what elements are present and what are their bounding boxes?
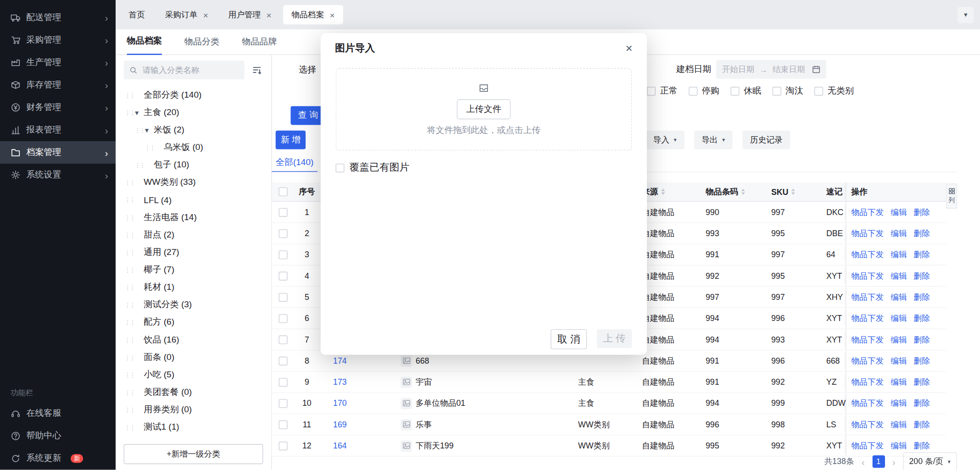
chevron-down-icon[interactable]: ▼ [144, 127, 154, 133]
category-search-box[interactable] [124, 61, 245, 79]
sidebar-item-online-support[interactable]: 在线客服 [0, 403, 116, 425]
overwrite-checkbox[interactable] [336, 163, 345, 172]
category-tree-item[interactable]: ⋮⋮ ▼ 米饭 (2) [116, 121, 271, 138]
row-checkbox[interactable] [279, 399, 288, 408]
category-tree-item[interactable]: ⋮⋮ ▼ 用券类别 (0) [116, 401, 271, 419]
row-checkbox[interactable] [279, 356, 288, 365]
action-delete-link[interactable]: 删除 [914, 376, 930, 388]
action-delete-link[interactable]: 删除 [914, 440, 930, 452]
drag-handle-icon[interactable]: ⋮⋮ [124, 92, 134, 99]
row-checkbox[interactable] [279, 271, 288, 280]
action-dispatch-link[interactable]: 物品下发 [851, 249, 884, 260]
drag-handle-icon[interactable]: ⋮⋮ [124, 284, 134, 291]
prev-page-icon[interactable]: ‹ [862, 456, 865, 467]
close-icon[interactable]: × [267, 10, 272, 19]
sort-icon[interactable] [661, 188, 665, 195]
tab-item-archive[interactable]: 物品档案 × [284, 5, 343, 24]
drag-handle-icon[interactable]: ⋮⋮ [124, 389, 134, 396]
sidebar-item-production[interactable]: 生产管理 › [0, 51, 116, 74]
action-delete-link[interactable]: 删除 [914, 334, 930, 345]
cancel-button[interactable]: 取 消 [551, 329, 587, 349]
status-checkbox-option[interactable]: 停购 [689, 86, 719, 97]
category-tree-item[interactable]: ⋮⋮ ▼ 通用 (27) [116, 243, 271, 261]
drag-handle-icon[interactable]: ⋮⋮ [124, 406, 134, 413]
upload-dropzone[interactable]: 上传文件 将文件拖到此处，或点击上传 [336, 68, 632, 150]
subtab-item-category[interactable]: 物品分类 [184, 36, 219, 55]
category-tree-item[interactable]: ⋮⋮ ▼ 美团套餐 (0) [116, 383, 271, 401]
action-delete-link[interactable]: 删除 [914, 270, 930, 282]
row-checkbox[interactable] [279, 293, 288, 301]
date-range-input[interactable]: 开始日期 → 结束日期 [716, 60, 826, 79]
overwrite-option[interactable]: 覆盖已有图片 [336, 161, 632, 174]
sort-lines-icon[interactable] [251, 64, 263, 76]
action-edit-link[interactable]: 编辑 [891, 334, 907, 345]
action-edit-link[interactable]: 编辑 [891, 291, 907, 303]
checkbox[interactable] [730, 87, 739, 95]
sidebar-item-inventory[interactable]: 库存管理 › [0, 74, 116, 96]
drag-handle-icon[interactable]: ⋮⋮ [124, 371, 134, 378]
upload-file-button[interactable]: 上传文件 [457, 100, 511, 120]
drag-handle-icon[interactable]: ⋮⋮ [134, 161, 144, 168]
sidebar-item-reports[interactable]: 报表管理 › [0, 119, 116, 141]
sidebar-item-help-center[interactable]: 帮助中心 [0, 425, 116, 448]
category-tree-item[interactable]: ⋮⋮ ▼ 主食 (20) [116, 104, 271, 121]
next-page-icon[interactable]: › [892, 456, 896, 467]
row-checkbox[interactable] [279, 420, 288, 429]
item-id-link[interactable]: 164 [333, 441, 347, 450]
drag-handle-icon[interactable]: ⋮⋮ [145, 144, 154, 151]
sidebar-item-system-update[interactable]: 系统更新 新 [0, 448, 116, 470]
action-dispatch-link[interactable]: 物品下发 [851, 228, 884, 239]
status-checkbox-option[interactable]: 无类别 [814, 86, 854, 97]
action-dispatch-link[interactable]: 物品下发 [851, 270, 884, 282]
drag-handle-icon[interactable]: ⋮⋮ [124, 319, 134, 326]
category-tree-item[interactable]: ⋮⋮ ▼ 饮品 (16) [116, 331, 271, 348]
row-checkbox[interactable] [279, 335, 288, 344]
checkbox[interactable] [773, 87, 781, 95]
import-button[interactable]: 导入 ▾ [646, 131, 684, 149]
category-tree-item[interactable]: ⋮⋮ ▼ 小吃 (5) [116, 366, 271, 383]
action-delete-link[interactable]: 删除 [914, 398, 930, 409]
drag-handle-icon[interactable]: ⋮⋮ [124, 266, 134, 273]
category-tree-item[interactable]: ⋮⋮ ▼ 甜点 (2) [116, 226, 271, 243]
category-search-input[interactable] [141, 65, 239, 75]
upload-submit-button-disabled[interactable]: 上 传 [597, 329, 632, 348]
checkbox[interactable] [814, 87, 823, 95]
action-delete-link[interactable]: 删除 [914, 206, 930, 218]
sidebar-item-settings[interactable]: 系统设置 › [0, 164, 116, 186]
action-delete-link[interactable]: 删除 [914, 355, 930, 366]
drag-handle-icon[interactable]: ⋮⋮ [124, 179, 134, 186]
drag-handle-icon[interactable]: ⋮⋮ [124, 354, 134, 361]
status-checkbox-option[interactable]: 淘汰 [773, 86, 803, 97]
history-button[interactable]: 历史记录 [742, 131, 790, 149]
close-icon[interactable]: × [203, 10, 208, 19]
category-tree-item[interactable]: ⋮⋮ ▼ 面条 (0) [116, 348, 271, 366]
status-checkbox-option[interactable]: 正常 [647, 86, 678, 97]
header-barcode[interactable]: 物品条码 [701, 182, 766, 201]
category-tree-item[interactable]: ⋮⋮ ▼ 测试1 (1) [116, 419, 271, 436]
category-tree-item[interactable]: ⋮⋮ ▼ 生活电器 (14) [116, 209, 271, 226]
drag-handle-icon[interactable]: ⋮⋮ [124, 232, 134, 238]
checkbox[interactable] [689, 87, 697, 95]
item-id-link[interactable]: 173 [333, 377, 347, 387]
tab-user-management[interactable]: 用户管理 × [220, 5, 280, 24]
page-size-select[interactable]: 200 条/页 ▾ [903, 452, 957, 470]
drag-handle-icon[interactable]: ⋮⋮ [124, 337, 134, 343]
action-delete-link[interactable]: 删除 [914, 228, 930, 239]
action-edit-link[interactable]: 编辑 [891, 355, 907, 366]
sort-icon[interactable] [741, 188, 745, 195]
action-edit-link[interactable]: 编辑 [891, 440, 907, 452]
category-tree-item[interactable]: ⋮⋮ ▼ 耗材 (1) [116, 279, 271, 296]
table-tab-all[interactable]: 全部(140) [272, 153, 317, 172]
row-checkbox[interactable] [279, 250, 288, 259]
action-edit-link[interactable]: 编辑 [891, 376, 907, 388]
current-page-button[interactable]: 1 [872, 455, 885, 468]
column-settings-button[interactable]: 列 [946, 184, 957, 209]
sidebar-item-delivery[interactable]: 配送管理 › [0, 6, 116, 29]
checkbox[interactable] [647, 87, 656, 95]
category-tree-item[interactable]: ⋮⋮ ▼ WW类别 (33) [116, 174, 271, 191]
row-checkbox[interactable] [279, 377, 288, 386]
category-tree-item[interactable]: ⋮⋮ ▼ 乌米饭 (0) [116, 138, 271, 156]
action-delete-link[interactable]: 删除 [914, 249, 930, 260]
action-delete-link[interactable]: 删除 [914, 291, 930, 303]
tab-purchase-orders[interactable]: 采购订单 × [157, 5, 217, 24]
